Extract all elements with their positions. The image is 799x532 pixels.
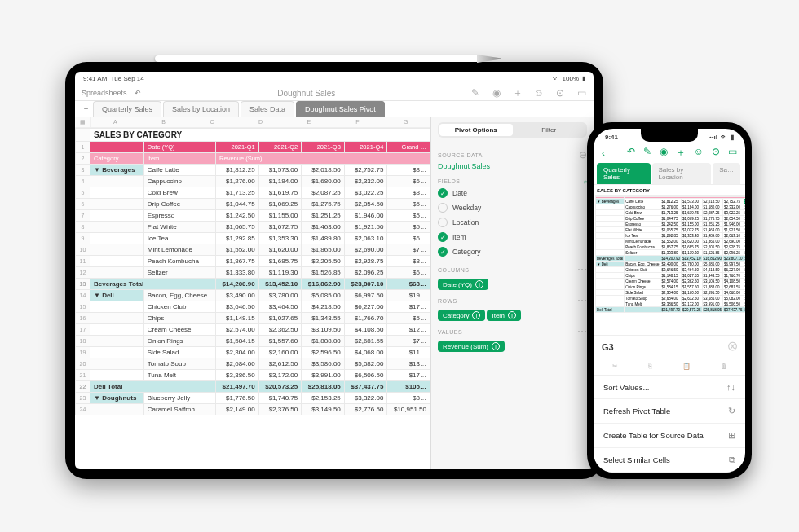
corner-cell[interactable]: ▦ bbox=[75, 117, 91, 127]
iphone-mini-grid[interactable]: SALES BY CATEGORY ▼ BeveragesCaffe Latte… bbox=[594, 185, 745, 335]
battery-icon: ▮ bbox=[731, 134, 734, 141]
battery-pct: 100% bbox=[563, 75, 579, 82]
rows-header: ROWS bbox=[438, 298, 457, 304]
pivot-icon[interactable]: ◉ bbox=[660, 146, 668, 160]
inspector-icon[interactable]: ▭ bbox=[728, 146, 737, 160]
checkbox-icon[interactable] bbox=[438, 203, 448, 213]
iphone-toolbar: ‹ ↶ ✎ ◉ ＋ ☺ ⊙ ▭ bbox=[594, 143, 745, 163]
field-weekday[interactable]: Weekday bbox=[438, 200, 587, 215]
cut-icon[interactable]: ✂ bbox=[612, 363, 618, 370]
back-icon[interactable]: ‹ bbox=[602, 147, 605, 159]
iphone-tab-active[interactable]: Quarterly Sales bbox=[597, 163, 651, 184]
col-d[interactable]: D bbox=[236, 117, 285, 127]
info-icon[interactable]: i bbox=[472, 311, 480, 319]
add-sheet-button[interactable]: ＋ bbox=[78, 103, 93, 114]
tab-quarterly-sales[interactable]: Quarterly Sales bbox=[93, 101, 161, 117]
titlebar: Spreadsheets ↶ Doughnut Sales ✎ ◉ ＋ ☺ ⊙ … bbox=[75, 86, 594, 101]
menu-icon: ↻ bbox=[728, 406, 735, 416]
source-data-header: SOURCE DATA bbox=[438, 152, 483, 158]
more-icon[interactable]: ⊙ bbox=[554, 87, 566, 99]
menu-create-table-for-source-data[interactable]: Create Table for Source Data⊞ bbox=[594, 424, 745, 448]
iphone-device: 9:41 ••ıl ᯤ ▮ ‹ ↶ ✎ ◉ ＋ ☺ ⊙ ▭ Quarterly … bbox=[587, 122, 752, 479]
col-b[interactable]: B bbox=[139, 117, 188, 127]
status-time: 9:41 AM bbox=[83, 75, 107, 82]
checkbox-icon[interactable] bbox=[438, 247, 448, 257]
inspector-icon[interactable]: ▭ bbox=[576, 87, 587, 99]
field-date[interactable]: Date bbox=[438, 186, 587, 200]
menu-icon: ⊞ bbox=[728, 430, 735, 441]
signal-icon: ••ıl bbox=[709, 134, 717, 141]
menu-sort-values---[interactable]: Sort Values...↑↓ bbox=[594, 376, 745, 399]
checkbox-icon[interactable] bbox=[438, 232, 448, 242]
clear-icon[interactable]: ⓧ bbox=[728, 341, 737, 353]
notch bbox=[641, 129, 698, 142]
panel-segment[interactable]: Pivot Options Filter bbox=[438, 122, 587, 138]
iphone-tabs: Quarterly Sales Sales by Location Sa… bbox=[594, 163, 745, 185]
tab-sales-by-location[interactable]: Sales by Location bbox=[163, 101, 239, 117]
copy-icon[interactable]: ⎘ bbox=[648, 363, 652, 370]
menu-select-similar-cells[interactable]: Select Similar Cells⧉ bbox=[594, 448, 745, 473]
paste-icon[interactable]: 📋 bbox=[682, 363, 691, 370]
pivot-icon[interactable]: ◉ bbox=[491, 87, 502, 99]
ipad-device: 9:41 AM Tue Sep 14 ᯤ100%▮ Spreadsheets ↶… bbox=[65, 62, 603, 479]
menu-icon: ↑↓ bbox=[726, 382, 735, 392]
more-icon[interactable]: ⊙ bbox=[712, 146, 720, 160]
field-item[interactable]: Item bbox=[438, 230, 587, 244]
spreadsheet-grid[interactable]: ▦ A B C D E F G SALES BY CATEGORY1Date (… bbox=[75, 117, 430, 469]
action-icon-row: ✂ ⎘ 📋 🗑 bbox=[594, 358, 745, 376]
insert-icon[interactable]: ＋ bbox=[676, 146, 686, 160]
column-headers: ▦ A B C D E F G bbox=[75, 117, 430, 128]
collab-icon[interactable]: ☺ bbox=[694, 146, 704, 160]
fields-header: FIELDS bbox=[438, 178, 461, 184]
wifi-icon: ᯤ bbox=[553, 75, 559, 82]
pill-date--yq-[interactable]: Date (YQ)i bbox=[438, 279, 488, 290]
col-f[interactable]: F bbox=[333, 117, 382, 127]
seg-filter[interactable]: Filter bbox=[513, 124, 586, 136]
cell-ref[interactable]: G3 bbox=[602, 342, 614, 352]
status-date: Tue Sep 14 bbox=[111, 75, 144, 82]
rows-more-icon[interactable]: ⋯ bbox=[577, 295, 588, 306]
format-brush-icon[interactable]: ✎ bbox=[470, 87, 481, 99]
tab-sales-data[interactable]: Sales Data bbox=[241, 101, 294, 117]
cell-reference-bar: G3 ⓧ bbox=[594, 335, 745, 358]
checkbox-icon[interactable] bbox=[438, 218, 448, 227]
insert-icon[interactable]: ＋ bbox=[512, 87, 523, 99]
source-data-value[interactable]: Doughnut Sales bbox=[438, 162, 587, 170]
ipad-status-bar: 9:41 AM Tue Sep 14 ᯤ100%▮ bbox=[75, 72, 594, 86]
apple-pencil bbox=[155, 51, 501, 65]
tab-doughnut-sales-pivot[interactable]: Doughnut Sales Pivot bbox=[296, 101, 385, 117]
delete-icon[interactable]: 🗑 bbox=[721, 363, 727, 370]
col-e[interactable]: E bbox=[285, 117, 333, 127]
checkbox-icon[interactable] bbox=[438, 188, 448, 198]
back-button[interactable]: Spreadsheets bbox=[82, 89, 127, 97]
col-g[interactable]: G bbox=[382, 117, 430, 127]
seg-pivot-options[interactable]: Pivot Options bbox=[439, 124, 513, 136]
info-icon[interactable]: i bbox=[475, 280, 483, 288]
pivot-options-panel: Pivot Options Filter SOURCE DATA⊖ Doughn… bbox=[430, 117, 594, 469]
undo-icon[interactable]: ↶ bbox=[132, 87, 143, 99]
col-c[interactable]: C bbox=[188, 117, 236, 127]
undo-icon[interactable]: ↶ bbox=[627, 146, 635, 160]
values-more-icon[interactable]: ⋯ bbox=[577, 326, 588, 337]
pill-revenue--sum-[interactable]: Revenue (Sum)i bbox=[438, 341, 505, 352]
iphone-tab-2[interactable]: Sa… bbox=[713, 163, 740, 184]
pivot-table[interactable]: SALES BY CATEGORY1Date (YQ)2021-Q12021-Q… bbox=[75, 128, 430, 415]
field-location[interactable]: Location bbox=[438, 215, 587, 230]
pill-item[interactable]: Itemi bbox=[487, 310, 521, 321]
col-a[interactable]: A bbox=[91, 117, 139, 127]
info-icon[interactable]: i bbox=[492, 342, 500, 350]
source-more-icon[interactable]: ⊖ bbox=[579, 149, 588, 160]
menu-refresh-pivot-table[interactable]: Refresh Pivot Table↻ bbox=[594, 399, 745, 424]
field-category[interactable]: Category bbox=[438, 244, 587, 259]
info-icon[interactable]: i bbox=[508, 311, 516, 319]
brush-icon[interactable]: ✎ bbox=[643, 146, 651, 160]
pill-category[interactable]: Categoryi bbox=[438, 310, 485, 321]
doc-title[interactable]: Doughnut Sales bbox=[143, 89, 470, 98]
values-header: VALUES bbox=[438, 329, 462, 335]
wifi-icon: ᯤ bbox=[721, 134, 727, 141]
columns-more-icon[interactable]: ⋯ bbox=[577, 264, 588, 275]
mini-title: SALES BY CATEGORY bbox=[595, 187, 744, 195]
menu-icon: ⧉ bbox=[729, 455, 735, 465]
collaborate-icon[interactable]: ☺ bbox=[533, 87, 545, 99]
iphone-tab-1[interactable]: Sales by Location bbox=[652, 163, 712, 184]
